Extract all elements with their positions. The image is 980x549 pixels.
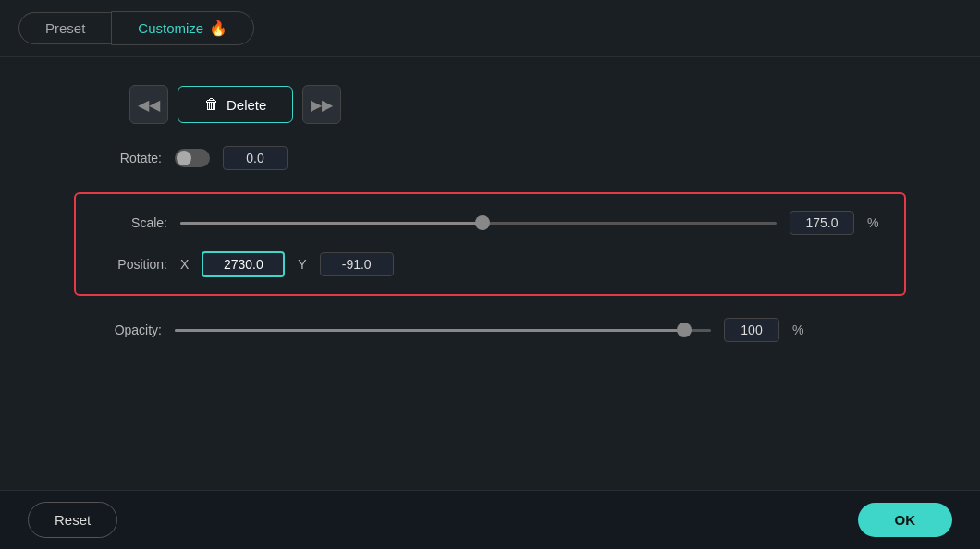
tab-preset[interactable]: Preset bbox=[18, 12, 111, 44]
main-content: ◀◀ 🗑 Delete ▶▶ Rotate: Scale: % bbox=[0, 57, 980, 370]
rotate-input[interactable] bbox=[223, 146, 288, 170]
prev-icon: ◀◀ bbox=[138, 96, 160, 114]
rotate-toggle[interactable] bbox=[175, 149, 210, 167]
rotate-row: Rotate: bbox=[74, 146, 906, 170]
position-label: Position: bbox=[98, 257, 167, 272]
reset-button[interactable]: Reset bbox=[28, 502, 117, 538]
scale-value-input[interactable] bbox=[790, 211, 854, 235]
y-label: Y bbox=[298, 257, 306, 272]
opacity-label: Opacity: bbox=[92, 323, 162, 337]
customize-label: Customize bbox=[138, 20, 203, 36]
prev-button[interactable]: ◀◀ bbox=[129, 85, 168, 124]
delete-label: Delete bbox=[227, 97, 266, 113]
bottom-bar: Reset OK bbox=[0, 490, 980, 549]
crown-icon: 🔥 bbox=[209, 19, 227, 37]
position-row: Position: X Y bbox=[98, 251, 882, 277]
x-label: X bbox=[180, 257, 189, 272]
scale-position-box: Scale: % Position: X Y bbox=[74, 192, 906, 296]
tab-customize[interactable]: Customize 🔥 bbox=[111, 11, 254, 45]
action-row: ◀◀ 🗑 Delete ▶▶ bbox=[129, 85, 906, 124]
scale-percent: % bbox=[867, 215, 882, 230]
opacity-percent: % bbox=[792, 323, 807, 337]
next-icon: ▶▶ bbox=[311, 96, 333, 114]
delete-button[interactable]: 🗑 Delete bbox=[178, 86, 293, 123]
next-button[interactable]: ▶▶ bbox=[302, 85, 341, 124]
opacity-track bbox=[175, 329, 711, 332]
ok-button[interactable]: OK bbox=[858, 503, 953, 537]
scale-label: Scale: bbox=[98, 215, 167, 230]
scale-thumb[interactable] bbox=[475, 215, 490, 230]
rotate-label: Rotate: bbox=[92, 151, 162, 165]
opacity-fill bbox=[175, 329, 684, 332]
trash-icon: 🗑 bbox=[204, 96, 219, 113]
opacity-row: Opacity: % bbox=[74, 318, 906, 342]
opacity-slider-wrap bbox=[175, 321, 711, 339]
scale-row: Scale: % bbox=[98, 211, 882, 235]
position-x-input[interactable] bbox=[202, 251, 285, 277]
position-y-input[interactable] bbox=[320, 252, 394, 276]
tab-bar: Preset Customize 🔥 bbox=[0, 0, 980, 57]
opacity-value-input[interactable] bbox=[724, 318, 779, 342]
scale-slider-wrap bbox=[180, 214, 777, 232]
opacity-thumb[interactable] bbox=[677, 323, 692, 337]
scale-fill bbox=[180, 222, 479, 225]
